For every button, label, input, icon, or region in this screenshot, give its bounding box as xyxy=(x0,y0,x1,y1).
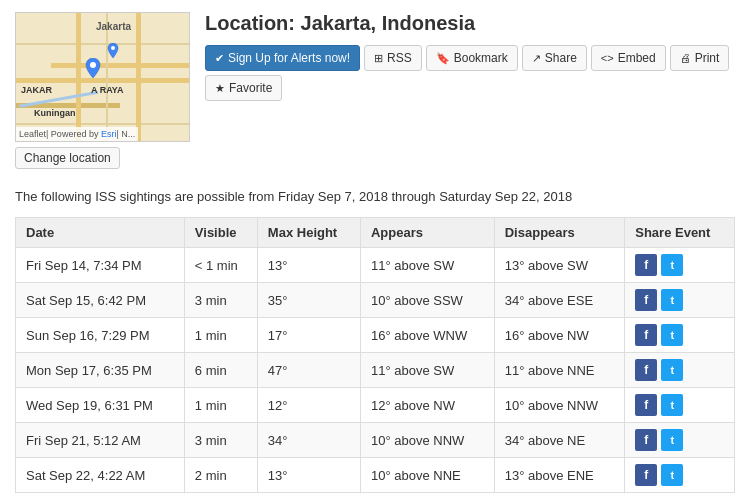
table-cell: Sun Sep 16, 7:29 PM xyxy=(16,318,185,353)
table-cell: Sat Sep 15, 6:42 PM xyxy=(16,283,185,318)
favorite-button[interactable]: ★ Favorite xyxy=(205,75,282,101)
col-header-appears: Appears xyxy=(360,218,494,248)
table-cell: 10° above NNW xyxy=(360,423,494,458)
table-cell: Mon Sep 17, 6:35 PM xyxy=(16,353,185,388)
bookmark-button[interactable]: 🔖 Bookmark xyxy=(426,45,518,71)
table-cell: 2 min xyxy=(184,458,257,493)
rss-icon: ⊞ xyxy=(374,52,383,65)
share-cell: f t xyxy=(625,318,735,353)
print-button[interactable]: 🖨 Print xyxy=(670,45,730,71)
map-container: Jakarta JAKAR A RAYA Kuningan xyxy=(15,12,190,169)
map-image: Jakarta JAKAR A RAYA Kuningan xyxy=(15,12,190,142)
col-header-max-height: Max Height xyxy=(257,218,360,248)
table-cell: 11° above SW xyxy=(360,248,494,283)
share-cell: f t xyxy=(625,283,735,318)
map-background: Jakarta JAKAR A RAYA Kuningan xyxy=(16,13,189,141)
col-header-visible: Visible xyxy=(184,218,257,248)
description-text: The following ISS sightings are possible… xyxy=(0,177,750,212)
table-cell: 35° xyxy=(257,283,360,318)
facebook-share-icon[interactable]: f xyxy=(635,289,657,311)
table-cell: 3 min xyxy=(184,283,257,318)
table-cell: 10° above SSW xyxy=(360,283,494,318)
bookmark-icon: 🔖 xyxy=(436,52,450,65)
table-cell: 13° xyxy=(257,458,360,493)
table-row: Sun Sep 16, 7:29 PM1 min17°16° above WNW… xyxy=(16,318,735,353)
table-cell: 1 min xyxy=(184,318,257,353)
facebook-share-icon[interactable]: f xyxy=(635,324,657,346)
table-wrapper: Date Visible Max Height Appears Disappea… xyxy=(0,217,750,500)
col-header-date: Date xyxy=(16,218,185,248)
table-cell: Fri Sep 21, 5:12 AM xyxy=(16,423,185,458)
share-cell: f t xyxy=(625,248,735,283)
embed-button[interactable]: <> Embed xyxy=(591,45,666,71)
twitter-share-icon[interactable]: t xyxy=(661,429,683,451)
table-cell: Sat Sep 22, 4:22 AM xyxy=(16,458,185,493)
toolbar: ✔ Sign Up for Alerts now! ⊞ RSS 🔖 Bookma… xyxy=(205,45,735,101)
table-row: Sat Sep 15, 6:42 PM3 min35°10° above SSW… xyxy=(16,283,735,318)
table-cell: 6 min xyxy=(184,353,257,388)
map-pin-1 xyxy=(84,58,102,82)
share-button[interactable]: ↗ Share xyxy=(522,45,587,71)
table-cell: Wed Sep 19, 6:31 PM xyxy=(16,388,185,423)
sightings-table: Date Visible Max Height Appears Disappea… xyxy=(15,217,735,493)
table-cell: 17° xyxy=(257,318,360,353)
twitter-share-icon[interactable]: t xyxy=(661,464,683,486)
table-cell: 10° above NNW xyxy=(494,388,625,423)
table-cell: 11° above NNE xyxy=(494,353,625,388)
table-cell: 12° xyxy=(257,388,360,423)
table-row: Wed Sep 19, 6:31 PM1 min12°12° above NW1… xyxy=(16,388,735,423)
table-cell: 13° above ENE xyxy=(494,458,625,493)
twitter-share-icon[interactable]: t xyxy=(661,359,683,381)
share-cell: f t xyxy=(625,458,735,493)
share-cell: f t xyxy=(625,388,735,423)
table-cell: 34° above ESE xyxy=(494,283,625,318)
table-header-row: Date Visible Max Height Appears Disappea… xyxy=(16,218,735,248)
top-section: Jakarta JAKAR A RAYA Kuningan xyxy=(0,0,750,177)
map-attribution: Leaflet| Powered by Esri| N... xyxy=(16,127,138,141)
svg-point-0 xyxy=(90,62,96,68)
star-icon: ★ xyxy=(215,82,225,95)
table-row: Fri Sep 21, 5:12 AM3 min34°10° above NNW… xyxy=(16,423,735,458)
table-cell: < 1 min xyxy=(184,248,257,283)
twitter-share-icon[interactable]: t xyxy=(661,289,683,311)
table-cell: 13° xyxy=(257,248,360,283)
col-header-share: Share Event xyxy=(625,218,735,248)
print-icon: 🖨 xyxy=(680,52,691,64)
facebook-share-icon[interactable]: f xyxy=(635,359,657,381)
table-cell: 13° above SW xyxy=(494,248,625,283)
table-cell: 3 min xyxy=(184,423,257,458)
table-cell: 47° xyxy=(257,353,360,388)
facebook-share-icon[interactable]: f xyxy=(635,429,657,451)
twitter-share-icon[interactable]: t xyxy=(661,254,683,276)
signup-alerts-button[interactable]: ✔ Sign Up for Alerts now! xyxy=(205,45,360,71)
facebook-share-icon[interactable]: f xyxy=(635,464,657,486)
embed-icon: <> xyxy=(601,52,614,64)
check-icon: ✔ xyxy=(215,52,224,65)
share-cell: f t xyxy=(625,423,735,458)
table-cell: 11° above SW xyxy=(360,353,494,388)
table-cell: 34° above NE xyxy=(494,423,625,458)
facebook-share-icon[interactable]: f xyxy=(635,254,657,276)
table-row: Mon Sep 17, 6:35 PM6 min47°11° above SW1… xyxy=(16,353,735,388)
location-title: Location: Jakarta, Indonesia xyxy=(205,12,735,35)
svg-point-1 xyxy=(111,46,115,50)
table-cell: Fri Sep 14, 7:34 PM xyxy=(16,248,185,283)
info-section: Location: Jakarta, Indonesia ✔ Sign Up f… xyxy=(205,12,735,169)
table-cell: 34° xyxy=(257,423,360,458)
share-icon: ↗ xyxy=(532,52,541,65)
table-cell: 16° above NW xyxy=(494,318,625,353)
facebook-share-icon[interactable]: f xyxy=(635,394,657,416)
table-cell: 12° above NW xyxy=(360,388,494,423)
twitter-share-icon[interactable]: t xyxy=(661,324,683,346)
share-cell: f t xyxy=(625,353,735,388)
rss-button[interactable]: ⊞ RSS xyxy=(364,45,422,71)
table-cell: 16° above WNW xyxy=(360,318,494,353)
table-row: Fri Sep 14, 7:34 PM< 1 min13°11° above S… xyxy=(16,248,735,283)
col-header-disappears: Disappears xyxy=(494,218,625,248)
table-row: Sat Sep 22, 4:22 AM2 min13°10° above NNE… xyxy=(16,458,735,493)
map-pin-2 xyxy=(106,43,120,61)
table-cell: 1 min xyxy=(184,388,257,423)
table-cell: 10° above NNE xyxy=(360,458,494,493)
change-location-button[interactable]: Change location xyxy=(15,147,120,169)
twitter-share-icon[interactable]: t xyxy=(661,394,683,416)
